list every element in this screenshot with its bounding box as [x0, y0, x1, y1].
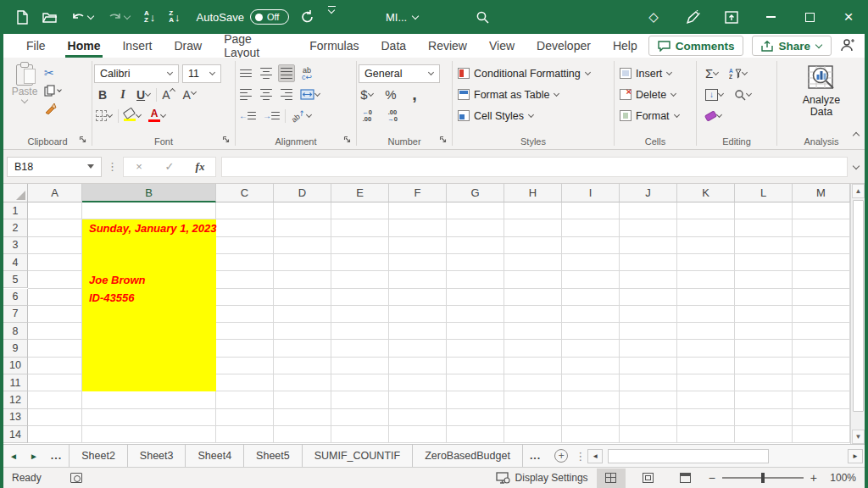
row-header-7[interactable]: 7	[3, 306, 28, 323]
top-align-button[interactable]	[237, 64, 254, 82]
sheet-tab-sheet4[interactable]: Sheet4	[186, 445, 244, 467]
sheet-overflow-left[interactable]: ...	[44, 450, 69, 462]
styles-item-cell-styles[interactable]: Cell Styles	[458, 105, 612, 126]
column-header-I[interactable]: I	[562, 184, 620, 202]
formula-input[interactable]	[221, 157, 848, 177]
increase-indent-button[interactable]: →	[261, 107, 281, 125]
tab-review[interactable]: Review	[417, 34, 478, 58]
merge-center-button[interactable]	[298, 86, 322, 103]
column-header-J[interactable]: J	[620, 184, 677, 202]
column-header-K[interactable]: K	[677, 184, 735, 202]
paste-button[interactable]: Paste	[5, 63, 44, 116]
formula-bar-splitter[interactable]: ⋮	[107, 160, 118, 173]
ribbon-display-options-icon[interactable]	[712, 0, 751, 34]
macro-record-icon[interactable]	[70, 473, 82, 483]
row-header-8[interactable]: 8	[3, 323, 28, 340]
copy-button[interactable]	[44, 83, 62, 98]
cut-button[interactable]: ✂	[44, 65, 62, 80]
expand-formula-bar-icon[interactable]	[853, 162, 860, 169]
wrap-text-button[interactable]: abc↩	[298, 64, 315, 82]
row-header-6[interactable]: 6	[3, 289, 28, 306]
new-sheet-button[interactable]: +	[554, 449, 568, 463]
shrink-font-button[interactable]: A	[181, 86, 198, 103]
workbook-title[interactable]: MI...	[386, 11, 419, 24]
column-header-F[interactable]: F	[389, 184, 447, 202]
font-size-combo[interactable]: 11	[182, 64, 221, 83]
zoom-slider-thumb[interactable]	[761, 473, 765, 483]
clear-button[interactable]	[704, 107, 724, 125]
sheet-overflow-right[interactable]: ...	[523, 450, 548, 462]
scroll-down-icon[interactable]: ▼	[852, 430, 865, 444]
premium-diamond-icon[interactable]: ◇	[634, 0, 673, 34]
people-icon[interactable]	[840, 38, 856, 54]
tab-insert[interactable]: Insert	[111, 34, 163, 58]
number-format-combo[interactable]: General	[359, 64, 440, 83]
horizontal-scrollbar[interactable]: ◄ ►	[586, 445, 865, 467]
tab-formulas[interactable]: Formulas	[298, 34, 370, 58]
name-box[interactable]: B18	[7, 157, 102, 177]
row-header-14[interactable]: 14	[3, 426, 28, 443]
tab-data[interactable]: Data	[370, 34, 418, 58]
collapse-ribbon-icon[interactable]	[853, 130, 860, 142]
font-dialog-launcher-icon[interactable]	[222, 134, 230, 146]
row-header-2[interactable]: 2	[3, 219, 28, 236]
new-file-icon[interactable]	[14, 6, 31, 28]
row-header-12[interactable]: 12	[3, 391, 28, 408]
borders-button[interactable]	[94, 107, 114, 125]
sheet-tab-zerobasedbudget[interactable]: ZeroBasedBudget	[413, 445, 523, 467]
fill-button[interactable]: ↓	[704, 86, 726, 103]
styles-item-format-as-table[interactable]: Format as Table	[458, 84, 612, 105]
decrease-indent-button[interactable]: ←	[237, 107, 258, 125]
column-header-L[interactable]: L	[735, 184, 793, 202]
tab-help[interactable]: Help	[602, 34, 648, 58]
font-name-combo[interactable]: Calibri	[94, 64, 179, 83]
font-color-button[interactable]: A	[147, 107, 168, 125]
highlighted-range[interactable]	[82, 219, 216, 391]
undo-button[interactable]	[69, 6, 97, 28]
autosave-control[interactable]: AutoSave Off	[197, 9, 289, 25]
comments-button[interactable]: Comments	[648, 36, 744, 56]
sheet-grid[interactable]: ABCDEFGHIJKLM1234567891011121314Sunday, …	[3, 184, 850, 444]
cells-item-delete[interactable]: Delete	[620, 84, 694, 105]
tab-home[interactable]: Home	[57, 34, 112, 58]
close-button[interactable]: ×	[829, 0, 868, 34]
row-header-13[interactable]: 13	[3, 409, 28, 426]
column-header-G[interactable]: G	[447, 184, 504, 202]
share-button[interactable]: Share	[752, 36, 832, 56]
sheet-tab-sheet2[interactable]: Sheet2	[69, 445, 128, 467]
display-settings-button[interactable]: Display Settings	[496, 472, 588, 484]
scroll-left-icon[interactable]: ◄	[587, 449, 603, 463]
name-box-dropdown-icon[interactable]	[87, 164, 94, 169]
sort-ascending-icon[interactable]: AZ ↓	[142, 6, 158, 28]
grow-font-button[interactable]: A	[160, 86, 177, 103]
alignment-dialog-launcher-icon[interactable]	[343, 134, 351, 146]
normal-view-button[interactable]	[597, 469, 626, 488]
bottom-align-button[interactable]	[278, 64, 295, 82]
editor-pen-icon[interactable]	[673, 0, 712, 34]
sort-descending-icon[interactable]: ZA ↓	[166, 6, 182, 28]
row-header-5[interactable]: 5	[3, 271, 28, 288]
clipboard-dialog-launcher-icon[interactable]	[79, 134, 86, 146]
minimize-button[interactable]	[751, 0, 790, 34]
open-folder-icon[interactable]	[40, 6, 60, 28]
row-header-10[interactable]: 10	[3, 358, 28, 374]
align-right-button[interactable]	[278, 86, 295, 103]
maximize-button[interactable]	[790, 0, 829, 34]
sheet-tab-sheet3[interactable]: Sheet3	[128, 445, 186, 467]
scroll-right-icon[interactable]: ►	[848, 449, 863, 463]
autosum-button[interactable]: Σ	[704, 64, 721, 82]
autosave-toggle[interactable]: Off	[250, 9, 289, 25]
page-break-view-button[interactable]	[671, 469, 700, 488]
cells-item-format[interactable]: Format	[620, 105, 694, 126]
row-header-1[interactable]: 1	[3, 202, 28, 219]
zoom-slider[interactable]	[722, 477, 804, 479]
prev-sheet-icon[interactable]: ◄	[3, 452, 24, 461]
tab-view[interactable]: View	[478, 34, 526, 58]
column-header-H[interactable]: H	[504, 184, 562, 202]
styles-item-conditional-formatting[interactable]: Conditional Formatting	[458, 63, 612, 84]
column-header-C[interactable]: C	[216, 184, 274, 202]
italic-button[interactable]: I	[114, 86, 131, 103]
zoom-in-icon[interactable]: +	[810, 471, 817, 485]
decrease-decimal-button[interactable]: .00→0	[384, 107, 401, 125]
tab-developer[interactable]: Developer	[526, 34, 602, 58]
